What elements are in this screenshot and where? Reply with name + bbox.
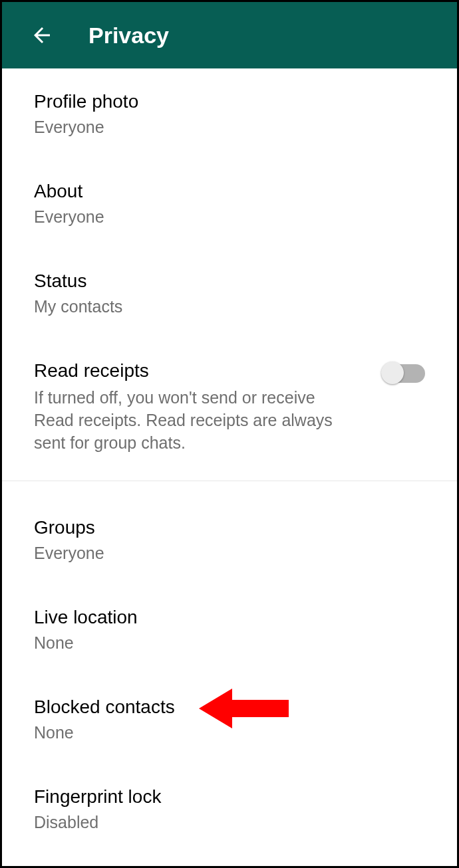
setting-value: Disabled [34, 813, 425, 832]
setting-value: None [34, 633, 425, 653]
setting-value: My contacts [34, 297, 425, 316]
setting-live-location[interactable]: Live location None [2, 579, 457, 669]
setting-about[interactable]: About Everyone [2, 153, 457, 243]
read-receipts-toggle[interactable] [384, 364, 425, 383]
setting-value: None [34, 723, 425, 742]
setting-description: If turned off, you won't send or receive… [34, 387, 333, 454]
setting-title: Blocked contacts [34, 697, 425, 718]
setting-read-receipts[interactable]: Read receipts If turned off, you won't s… [2, 332, 457, 481]
setting-status[interactable]: Status My contacts [2, 243, 457, 332]
setting-value: Everyone [34, 118, 425, 137]
setting-title: Fingerprint lock [34, 786, 425, 808]
setting-title: Read receipts [34, 360, 371, 381]
setting-value: Everyone [34, 207, 425, 227]
setting-blocked-contacts[interactable]: Blocked contacts None [2, 669, 457, 758]
page-title: Privacy [88, 23, 169, 49]
toggle-knob [381, 362, 404, 384]
setting-title: About [34, 181, 425, 202]
setting-value: Everyone [34, 544, 425, 563]
header-bar: Privacy [2, 2, 457, 68]
setting-title: Groups [34, 517, 425, 538]
back-arrow-icon[interactable] [27, 21, 57, 50]
setting-profile-photo[interactable]: Profile photo Everyone [2, 75, 457, 153]
setting-groups[interactable]: Groups Everyone [2, 501, 457, 579]
setting-title: Live location [34, 607, 425, 628]
setting-title: Status [34, 271, 425, 292]
setting-title: Profile photo [34, 91, 425, 112]
setting-fingerprint-lock[interactable]: Fingerprint lock Disabled [2, 758, 457, 848]
